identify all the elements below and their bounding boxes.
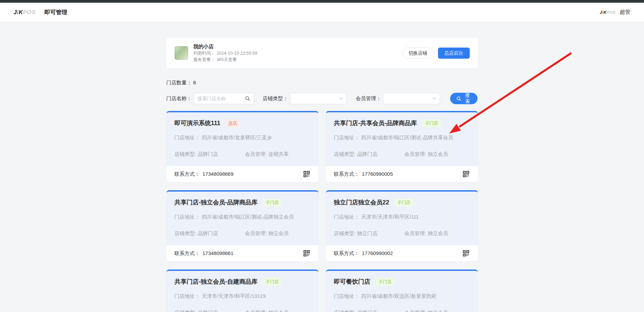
qrcode-icon[interactable] bbox=[303, 170, 310, 178]
search-button-label: 搜索 bbox=[463, 92, 471, 105]
member-mgmt: 会员管理:独立会员 bbox=[245, 230, 316, 237]
store-card-title-row: 即可餐饮门店 子门店 bbox=[334, 278, 470, 286]
store-address: 门店地址：天津市/天津市/和平区/111 bbox=[334, 214, 470, 220]
store-meta-row: 店铺类型:品牌门店 会员管理:独立会员 bbox=[334, 151, 470, 161]
store-card-body: 即可餐饮门店 子门店 门店地址：四川省/成都市/双流区/新景景韵府 店铺类型:品… bbox=[326, 271, 478, 312]
member-mgmt-filter-label: 会员管理： bbox=[356, 95, 381, 102]
store-card-footer: 联系方式：17760990002 bbox=[326, 245, 478, 261]
store-card-grid: 即可演示系统111 总店 门店地址：四川省/成都市/龙泉驿区/三圣乡 店铺类型:… bbox=[166, 111, 478, 312]
store-panel-buttons: 切换店铺 总店后台 bbox=[402, 48, 470, 59]
store-type-select[interactable] bbox=[290, 93, 347, 104]
user-avatar-logo: JiKPOS bbox=[600, 10, 616, 15]
logo-letter: K bbox=[19, 9, 23, 16]
page-title: 即可管理 bbox=[44, 8, 67, 16]
store-badge: 子门店 bbox=[395, 199, 413, 206]
store-type: 店铺类型:品牌门店 bbox=[175, 151, 245, 158]
member-mgmt: 会员管理:独立会员 bbox=[245, 310, 316, 312]
store-card-title-row: 共享门店-独立会员-自建商品库 子门店 bbox=[175, 278, 310, 286]
logo-pos: POS bbox=[23, 9, 35, 16]
store-badge: 子门店 bbox=[422, 119, 441, 127]
chevron-down-icon bbox=[339, 97, 343, 100]
store-contact: 联系方式：17348098661 bbox=[175, 250, 234, 257]
member-mgmt-select[interactable] bbox=[383, 93, 440, 104]
store-card-body: 即可演示系统111 总店 门店地址：四川省/成都市/龙泉驿区/三圣乡 店铺类型:… bbox=[166, 112, 318, 166]
navbar: JiKPOS 即可管理 JiKPOS 超管 bbox=[0, 3, 644, 22]
main-content: 我的小店 到期时间： 2024-10-10 23:59:59 服务套餐： 365… bbox=[166, 38, 478, 312]
member-mgmt: 会员管理:连锁共享 bbox=[245, 151, 316, 158]
store-address: 门店地址：四川省/成都市/锦江区/测试-品牌独立会员 bbox=[175, 214, 310, 220]
store-name-search-field[interactable] bbox=[194, 93, 254, 104]
store-name: 我的小店 bbox=[194, 43, 402, 50]
store-type: 店铺类型:品牌门店 bbox=[334, 310, 405, 312]
store-card[interactable]: 共享门店-共享会员-品牌商品库 子门店 门店地址：四川省/成都市/锦江区/测试-… bbox=[326, 111, 478, 182]
store-contact: 联系方式：17348098669 bbox=[175, 171, 234, 177]
qrcode-icon[interactable] bbox=[462, 170, 470, 178]
store-package-line: 服务套餐： 365天套餐 bbox=[194, 56, 402, 63]
search-icon bbox=[245, 96, 250, 101]
store-card-footer: 联系方式：17348098669 bbox=[166, 166, 318, 182]
current-user-name[interactable]: 超管 bbox=[620, 9, 630, 16]
store-card[interactable]: 即可餐饮门店 子门店 门店地址：四川省/成都市/双流区/新景景韵府 店铺类型:品… bbox=[326, 270, 478, 312]
store-card-title-row: 独立门店独立会员22 子门店 bbox=[334, 198, 470, 206]
store-card-title-row: 共享门店-共享会员-品牌商品库 子门店 bbox=[334, 119, 470, 127]
store-type-filter-label: 店铺类型： bbox=[263, 95, 288, 102]
store-badge: 子门店 bbox=[263, 199, 282, 206]
store-card-title: 即可演示系统111 bbox=[175, 119, 221, 127]
member-mgmt: 会员管理:独立会员 bbox=[405, 230, 475, 237]
jikpos-logo: JiKPOS bbox=[14, 9, 35, 16]
store-avatar bbox=[175, 46, 188, 60]
store-card-footer: 联系方式：17760990005 bbox=[326, 166, 478, 182]
store-meta-row: 店铺类型:品牌门店 会员管理:独立会员 bbox=[175, 230, 310, 240]
store-card-title: 共享门店-独立会员-自建商品库 bbox=[175, 278, 258, 286]
qrcode-icon[interactable] bbox=[462, 250, 470, 257]
store-address: 门店地址：四川省/成都市/龙泉驿区/三圣乡 bbox=[175, 135, 310, 141]
store-address: 门店地址：四川省/成都市/双流区/新景景韵府 bbox=[334, 293, 470, 300]
store-card-body: 独立门店独立会员22 子门店 门店地址：天津市/天津市/和平区/111 店铺类型… bbox=[326, 192, 478, 245]
filter-row: 门店名称： 店铺类型： 会员管理： 搜索 bbox=[166, 93, 478, 104]
store-type: 店铺类型:品牌门店 bbox=[175, 310, 245, 312]
store-name-search-input[interactable] bbox=[198, 96, 245, 101]
search-button[interactable]: 搜索 bbox=[450, 93, 478, 104]
store-card-title: 共享门店-独立会员-品牌商品库 bbox=[175, 198, 258, 206]
store-count-value: 8 bbox=[193, 80, 196, 85]
store-type: 店铺类型:独立门店 bbox=[334, 230, 405, 237]
store-meta-row: 店铺类型:品牌门店 会员管理:独立会员 bbox=[175, 310, 310, 312]
store-card-body: 共享门店-共享会员-品牌商品库 子门店 门店地址：四川省/成都市/锦江区/测试-… bbox=[326, 112, 478, 166]
store-badge: 子门店 bbox=[376, 278, 394, 286]
chevron-down-icon bbox=[432, 97, 436, 100]
switch-store-button[interactable]: 切换店铺 bbox=[402, 48, 434, 59]
store-meta-row: 店铺类型:品牌门店 会员管理:独立会员 bbox=[334, 310, 470, 312]
store-card-body: 共享门店-独立会员-自建商品库 子门店 门店地址：天津市/天津市/和平区/131… bbox=[166, 271, 318, 312]
member-mgmt: 会员管理:独立会员 bbox=[405, 310, 475, 312]
store-card-body: 共享门店-独立会员-品牌商品库 子门店 门店地址：四川省/成都市/锦江区/测试-… bbox=[166, 192, 318, 245]
store-card-title: 共享门店-共享会员-品牌商品库 bbox=[334, 119, 417, 127]
store-meta-row: 店铺类型:品牌门店 会员管理:连锁共享 bbox=[175, 151, 310, 161]
store-expire-line: 到期时间： 2024-10-10 23:59:59 bbox=[194, 50, 402, 56]
store-card-title: 即可餐饮门店 bbox=[334, 278, 370, 286]
store-card-title-row: 共享门店-独立会员-品牌商品库 子门店 bbox=[175, 198, 310, 206]
store-info-text: 我的小店 到期时间： 2024-10-10 23:59:59 服务套餐： 365… bbox=[194, 43, 402, 63]
store-name-filter-label: 门店名称： bbox=[166, 95, 192, 102]
store-badge: 子门店 bbox=[263, 278, 282, 286]
store-contact: 联系方式：17760990005 bbox=[334, 171, 393, 177]
hq-admin-button[interactable]: 总店后台 bbox=[438, 48, 470, 59]
store-info-panel: 我的小店 到期时间： 2024-10-10 23:59:59 服务套餐： 365… bbox=[166, 38, 478, 68]
store-address: 门店地址：天津市/天津市/和平区/13123 bbox=[175, 293, 310, 300]
qrcode-icon[interactable] bbox=[303, 250, 310, 257]
browser-top-strip bbox=[0, 0, 644, 3]
store-address: 门店地址：四川省/成都市/锦江区/测试-品牌共享会员 bbox=[334, 135, 470, 141]
store-card[interactable]: 共享门店-独立会员-自建商品库 子门店 门店地址：天津市/天津市/和平区/131… bbox=[166, 270, 318, 312]
search-icon bbox=[456, 96, 461, 101]
navbar-left: JiKPOS 即可管理 bbox=[14, 8, 67, 16]
logo-letter: J bbox=[14, 9, 17, 16]
store-type: 店铺类型:品牌门店 bbox=[175, 230, 245, 237]
store-contact: 联系方式：17760990002 bbox=[334, 250, 393, 257]
store-card[interactable]: 独立门店独立会员22 子门店 门店地址：天津市/天津市/和平区/111 店铺类型… bbox=[326, 190, 478, 261]
store-card[interactable]: 即可演示系统111 总店 门店地址：四川省/成都市/龙泉驿区/三圣乡 店铺类型:… bbox=[166, 111, 318, 182]
store-count: 门店数量： 8 bbox=[166, 80, 478, 86]
member-mgmt: 会员管理:独立会员 bbox=[405, 151, 475, 158]
store-meta-row: 店铺类型:独立门店 会员管理:独立会员 bbox=[334, 230, 470, 240]
navbar-user-area[interactable]: JiKPOS 超管 bbox=[600, 9, 630, 16]
store-card[interactable]: 共享门店-独立会员-品牌商品库 子门店 门店地址：四川省/成都市/锦江区/测试-… bbox=[166, 190, 318, 261]
store-card-footer: 联系方式：17348098661 bbox=[166, 245, 318, 261]
